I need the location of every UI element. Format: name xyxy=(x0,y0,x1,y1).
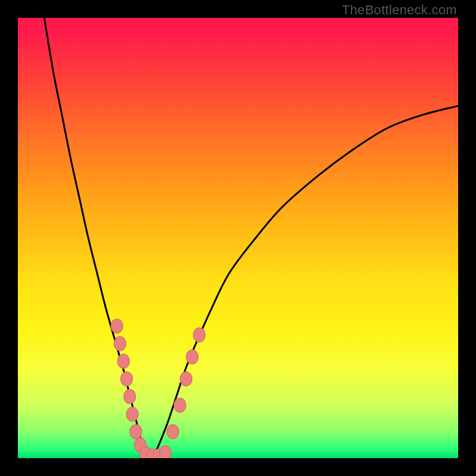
data-dot xyxy=(186,350,198,364)
data-dot xyxy=(193,328,205,342)
plot-area xyxy=(18,18,458,458)
data-dot xyxy=(174,398,186,412)
data-dot xyxy=(126,407,138,421)
data-dot xyxy=(124,389,136,403)
data-dot xyxy=(159,446,171,458)
outer-frame: TheBottleneck.com xyxy=(0,0,476,476)
data-dot xyxy=(180,372,192,386)
data-dots xyxy=(111,319,205,458)
curve-right-arm xyxy=(150,106,458,458)
data-dot xyxy=(167,425,178,439)
data-dot xyxy=(118,354,130,368)
data-dot xyxy=(121,372,133,386)
data-dot xyxy=(130,425,142,439)
data-dot xyxy=(111,319,123,333)
watermark-text: TheBottleneck.com xyxy=(342,2,457,18)
chart-svg xyxy=(18,18,458,458)
data-dot xyxy=(114,337,126,351)
